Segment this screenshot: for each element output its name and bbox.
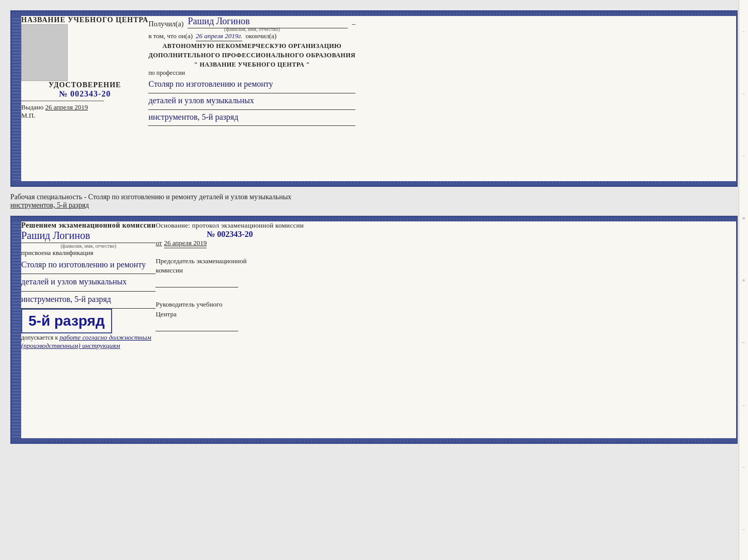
bottom-border: [12, 181, 736, 185]
vydano-date: 26 апреля 2019: [45, 103, 88, 111]
poluchil-label: Получил(а): [148, 20, 183, 28]
profession-line3: инструментов, 5-й разряд: [148, 110, 355, 126]
top-right-panel: Получил(а) Рашид Логинов – (фамилия, имя…: [148, 16, 355, 181]
osnovanie-text: Основание: протокол экзаменационной коми…: [155, 221, 304, 230]
dopusk-text: работе согласно должностным: [59, 333, 151, 341]
bottom-right-panel: Основание: протокол экзаменационной коми…: [155, 221, 304, 438]
left-spine: [12, 16, 21, 181]
bottom-document-card: Решением экзаменационной комиссии Рашид …: [10, 216, 738, 444]
vtom-line: в том, что он(а) 26 апреля 2019г. окончи…: [148, 32, 355, 41]
org-line3: " НАЗВАНИЕ УЧЕБНОГО ЦЕНТРА ": [148, 60, 355, 69]
prisvoyena-text: присвоена квалификация: [21, 249, 155, 257]
rukovoditel-label: Руководитель учебного Центра: [155, 300, 304, 318]
big-razryad-box: 5-й разряд: [21, 309, 112, 333]
rukovoditel-block: Руководитель учебного Центра: [155, 300, 304, 331]
photo-area: [21, 24, 68, 81]
chairman-block: Председатель экзаменационной комиссии: [155, 257, 304, 287]
bottom-fio-label: (фамилия, имя, отчество): [21, 243, 155, 249]
bottom-name-cursive: Рашид Логинов: [21, 230, 155, 243]
dopuskaetsya-line: допускается к работе согласно должностны…: [21, 333, 155, 342]
chairman-label: Председатель экзаменационной комиссии: [155, 257, 304, 275]
protocol-prefix: №: [207, 230, 215, 238]
org-block: АВТОНОМНУЮ НЕКОММЕРЧЕСКУЮ ОРГАНИЗАЦИЮ ДО…: [148, 41, 355, 69]
profession-line2: деталей и узлов музыкальных: [148, 93, 355, 110]
dopusk-label: допускается к: [21, 334, 58, 341]
subtitle-normal: Рабочая специальность - Столяр по изгото…: [10, 193, 291, 201]
ot-line: от 26 апреля 2019: [155, 239, 304, 248]
mp-line: М.П.: [21, 111, 148, 120]
bottom-right-deco: – – – и а ← – – –: [739, 0, 748, 560]
school-name-label: НАЗВАНИЕ УЧЕБНОГО ЦЕНТРА: [21, 16, 148, 24]
subtitle-bar: Рабочая специальность - Столяр по изгото…: [10, 191, 738, 212]
dopusk-text2: (производственным) инструкциям: [21, 342, 120, 349]
ot-label: от: [155, 239, 162, 247]
top-border: [12, 12, 736, 16]
org-line1: АВТОНОМНУЮ НЕКОММЕРЧЕСКУЮ ОРГАНИЗАЦИЮ: [148, 41, 355, 51]
vtom-label: в том, что он(а): [148, 32, 193, 40]
chairman-signature: [155, 277, 238, 287]
bottom-top-border: [12, 217, 736, 221]
big-razryad-text: 5-й разряд: [28, 313, 105, 329]
vtom-date: 26 апреля 2019г.: [196, 32, 242, 41]
bottom-left-spine: [12, 221, 21, 438]
top-document-card: НАЗВАНИЕ УЧЕБНОГО ЦЕНТРА УДОСТОВЕРЕНИЕ №…: [10, 10, 738, 187]
subtitle-underlined: инструментов, 5-й разряд: [10, 201, 89, 209]
kval-line2: деталей и узлов музыкальных: [21, 274, 155, 291]
okonchil-label: окончил(а): [245, 32, 276, 40]
udost-title: УДОСТОВЕРЕНИЕ: [21, 81, 148, 89]
ot-date: 26 апреля 2019: [164, 239, 207, 248]
dopuskaetsya-line2: (производственным) инструкциям: [21, 342, 155, 350]
kval-line1: Столяр по изготовлению и ремонту: [21, 257, 155, 274]
page-container: НАЗВАНИЕ УЧЕБНОГО ЦЕНТРА УДОСТОВЕРЕНИЕ №…: [10, 10, 738, 444]
udost-number-value: 002343-20: [70, 89, 111, 98]
udost-number: № 002343-20: [21, 89, 148, 99]
po-professii-label: по профессии: [148, 69, 355, 77]
udost-block: УДОСТОВЕРЕНИЕ № 002343-20: [21, 81, 148, 99]
top-card-inner: НАЗВАНИЕ УЧЕБНОГО ЦЕНТРА УДОСТОВЕРЕНИЕ №…: [12, 16, 736, 181]
rukovoditel-signature: [155, 321, 238, 331]
bottom-card-inner: Решением экзаменационной комиссии Рашид …: [12, 221, 736, 438]
dash: –: [352, 20, 355, 28]
bottom-left-panel: Решением экзаменационной комиссии Рашид …: [21, 221, 155, 438]
protocol-number: № 002343-20: [155, 230, 304, 239]
protocol-number-value: 002343-20: [217, 230, 253, 238]
number-prefix: №: [59, 89, 68, 98]
vydano-label: Выдано: [21, 103, 43, 111]
kval-line3: инструментов, 5-й разряд: [21, 292, 155, 309]
resheniem-title: Решением экзаменационной комиссии: [21, 221, 155, 230]
recipient-name: Рашид Логинов: [188, 16, 250, 27]
org-line2: ДОПОЛНИТЕЛЬНОГО ПРОФЕССИОНАЛЬНОГО ОБРАЗО…: [148, 51, 355, 60]
bottom-doc-border: [12, 438, 736, 442]
top-left-panel: НАЗВАНИЕ УЧЕБНОГО ЦЕНТРА УДОСТОВЕРЕНИЕ №…: [21, 16, 148, 181]
vydano-line: Выдано 26 апреля 2019: [21, 103, 148, 111]
profession-line1: Столяр по изготовлению и ремонту: [148, 77, 355, 93]
